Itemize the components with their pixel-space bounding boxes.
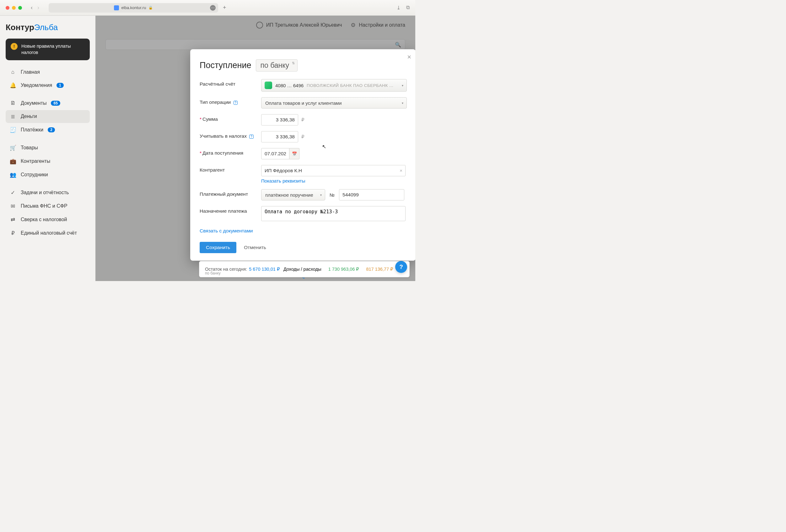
amount-input[interactable]: [261, 114, 298, 125]
receipt-icon: 🧾: [9, 127, 16, 133]
bell-icon: 🔔: [9, 82, 16, 89]
alert-banner[interactable]: ! Новые правила уплаты налогов: [6, 39, 90, 60]
badge: 65: [51, 101, 60, 106]
income-value: 1 730 963,06 ₽: [328, 267, 360, 272]
sidebar-item-label: Единый налоговый счёт: [21, 230, 77, 236]
income-modal: × Поступление по банку Расчётный счёт 40…: [190, 49, 415, 261]
sidebar-item-label: Уведомления: [21, 82, 52, 88]
sidebar-item-label: Сверка с налоговой: [21, 217, 67, 222]
income-source-select[interactable]: по банку: [256, 59, 298, 72]
close-window-icon[interactable]: [6, 6, 9, 10]
browser-chrome: ‹ › elba.kontur.ru 🔒 ⋯ + ⤓ ⧉: [0, 0, 415, 16]
label-tax-amount: Учитывать в налогах ?: [200, 131, 261, 139]
reader-mode-icon[interactable]: ⋯: [210, 5, 216, 11]
badge: 1: [56, 83, 64, 88]
date-input[interactable]: [261, 148, 290, 159]
url-bar[interactable]: elba.kontur.ru 🔒 ⋯: [49, 3, 218, 13]
label-date: *Дата поступления: [200, 148, 261, 156]
badge: 2: [48, 127, 55, 132]
sidebar-item-money[interactable]: ≣ Деньги: [6, 110, 90, 123]
sidebar-item-label: Сотрудники: [21, 172, 48, 177]
briefcase-icon: 💼: [9, 158, 16, 165]
tabs-icon[interactable]: ⧉: [406, 5, 410, 11]
sidebar-item-counterparties[interactable]: 💼 Контрагенты: [6, 155, 90, 168]
doc-number-input[interactable]: [339, 189, 404, 200]
back-button[interactable]: ‹: [31, 4, 33, 11]
site-favicon: [114, 5, 119, 10]
balance-bar: Остаток на сегодня: 5 670 130,01 ₽ по ба…: [199, 261, 410, 277]
home-icon: ⌂: [9, 69, 16, 75]
help-icon[interactable]: ?: [249, 135, 254, 139]
logo: КонтурЭльба: [6, 23, 90, 32]
modal-title-text: Поступление: [200, 61, 251, 70]
sidebar-item-goods[interactable]: 🛒 Товары: [6, 142, 90, 154]
sidebar-item-label: Главная: [21, 69, 40, 75]
sidebar-item-employees[interactable]: 👥 Сотрудники: [6, 168, 90, 181]
ruble-symbol: ₽: [301, 134, 304, 139]
clear-icon[interactable]: ×: [399, 168, 402, 173]
modal-title: Поступление по банку: [200, 59, 407, 72]
warning-icon: !: [11, 43, 18, 50]
show-requisites-link[interactable]: Показать реквизиты: [261, 178, 407, 184]
expense-value: 817 136,77 ₽: [366, 267, 393, 272]
close-icon[interactable]: ×: [407, 53, 411, 61]
money-icon: ≣: [9, 113, 16, 120]
sidebar-item-label: Письма ФНС и СФР: [21, 203, 68, 209]
purpose-textarea[interactable]: [261, 206, 406, 221]
browser-right-controls: ⤓ ⧉: [396, 5, 410, 11]
sidebar-item-letters[interactable]: ✉ Письма ФНС и СФР: [6, 200, 90, 213]
sidebar: КонтурЭльба ! Новые правила уплаты налог…: [0, 16, 95, 281]
mail-icon: ✉: [9, 203, 16, 210]
balance-value: 5 670 130,01 ₽: [249, 267, 280, 272]
swap-icon: ⇄: [9, 216, 16, 223]
sidebar-item-label: Платёжки: [21, 127, 43, 133]
lock-icon: 🔒: [148, 6, 153, 10]
label-account: Расчётный счёт: [200, 79, 261, 87]
tax-amount-input[interactable]: [261, 131, 298, 142]
downloads-icon[interactable]: ⤓: [396, 5, 400, 11]
label-counterparty: Контрагент: [200, 165, 261, 173]
sidebar-item-label: Документы: [21, 100, 46, 106]
forward-button: ›: [37, 4, 39, 11]
help-fab[interactable]: ?: [395, 261, 407, 273]
window-controls: [6, 6, 22, 10]
new-tab-button[interactable]: +: [223, 4, 226, 11]
sidebar-item-documents[interactable]: 🗎 Документы 65: [6, 97, 90, 110]
url-text: elba.kontur.ru: [121, 5, 146, 10]
label-amount: *Сумма: [200, 114, 261, 122]
balance-sub: по банку: [205, 271, 221, 275]
logo-sub: Эльба: [34, 23, 58, 32]
ruble-symbol: ₽: [301, 117, 304, 122]
main-area: ИП Третьяков Алексей Юрьевич ⚙ Настройки…: [95, 16, 415, 281]
doc-type-select[interactable]: платёжное поручение: [261, 189, 325, 200]
sidebar-item-label: Задачи и отчётность: [21, 190, 69, 195]
help-icon[interactable]: ?: [234, 101, 238, 105]
save-button[interactable]: Сохранить: [200, 242, 236, 253]
app-container: КонтурЭльба ! Новые правила уплаты налог…: [0, 16, 415, 281]
cart-icon: 🛒: [9, 145, 16, 151]
sidebar-item-label: Контрагенты: [21, 159, 50, 164]
sidebar-item-reconciliation[interactable]: ⇄ Сверка с налоговой: [6, 213, 90, 226]
calendar-icon[interactable]: 📅: [290, 148, 299, 159]
account-select[interactable]: 4080 … 6496 ПОВОЛЖСКИЙ БАНК ПАО СБЕРБАНК…: [261, 79, 407, 92]
sidebar-item-label: Деньги: [21, 114, 37, 119]
operation-type-select[interactable]: Оплата товаров и услуг клиентами: [261, 97, 407, 108]
label-purpose: Назначение платежа: [200, 206, 261, 214]
label-doc: Платежный документ: [200, 189, 261, 197]
logo-main: Контур: [6, 23, 34, 32]
sidebar-item-tasks[interactable]: ✓ Задачи и отчётность: [6, 186, 90, 199]
maximize-window-icon[interactable]: [18, 6, 22, 10]
counterparty-input[interactable]: [261, 165, 406, 176]
browser-nav: ‹ ›: [31, 4, 39, 11]
link-documents[interactable]: Связать с документами: [200, 228, 407, 234]
label-op-type: Тип операции ?: [200, 97, 261, 105]
minimize-window-icon[interactable]: [12, 6, 16, 10]
account-number: 4080 … 6496: [275, 83, 303, 88]
sberbank-icon: [264, 81, 272, 89]
cancel-button[interactable]: Отменить: [244, 245, 266, 250]
sidebar-item-tax-account[interactable]: ₽ Единый налоговый счёт: [6, 227, 90, 240]
sidebar-item-home[interactable]: ⌂ Главная: [6, 66, 90, 78]
sidebar-item-payments[interactable]: 🧾 Платёжки 2: [6, 124, 90, 137]
sidebar-item-notifications[interactable]: 🔔 Уведомления 1: [6, 79, 90, 92]
bank-name: ПОВОЛЖСКИЙ БАНК ПАО СБЕРБАНК …: [307, 83, 394, 88]
